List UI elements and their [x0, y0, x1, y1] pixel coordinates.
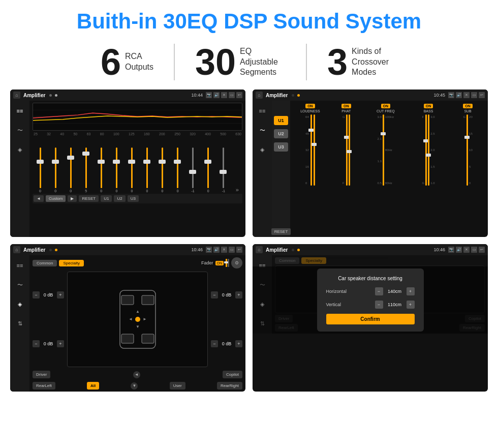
reset-btn-1[interactable]: RESET: [79, 195, 99, 202]
speaker-icon[interactable]: ◈: [14, 143, 26, 156]
db-minus-rr[interactable]: −: [211, 340, 218, 347]
next-preset-btn[interactable]: ▶: [68, 195, 77, 202]
fader-sliders-mini: [226, 259, 229, 267]
common-tab-3[interactable]: Common: [33, 260, 57, 266]
col-cutfreq: ON CUT FREQ 3.02.11.30.5 100Hz80Hz60Hz: [365, 104, 406, 186]
col-loudness: ON LOUDNESS 644832160: [293, 104, 327, 186]
fader-8[interactable]: 0: [143, 147, 151, 193]
settings-circle-btn[interactable]: ⚙: [231, 257, 242, 268]
fader-control-row: Fader ON ⚙: [201, 257, 242, 268]
home-icon-2[interactable]: ⌂: [256, 92, 263, 99]
home-icon-4[interactable]: ⌂: [256, 246, 263, 253]
fader-6[interactable]: 0: [112, 147, 120, 193]
left-arrow-3[interactable]: ◄: [133, 371, 140, 378]
window-icon-3: ▭: [229, 247, 235, 253]
camera-icon-1: 📷: [206, 92, 212, 98]
topbar-title-3: Amplifier: [23, 247, 45, 253]
db-plus-rl[interactable]: +: [57, 340, 64, 347]
u3-btn[interactable]: U3: [128, 195, 139, 202]
vertical-plus-btn[interactable]: +: [407, 301, 415, 309]
wave-icon-3[interactable]: 〜: [14, 279, 26, 291]
db-plus-fl[interactable]: +: [57, 291, 64, 298]
cutfreq-on[interactable]: ON: [381, 104, 391, 108]
rearleft-btn-3[interactable]: RearLeft: [33, 382, 55, 390]
fader-on[interactable]: ON: [215, 261, 224, 265]
wave-icon[interactable]: 〜: [14, 124, 26, 136]
prev-preset-btn[interactable]: ◄: [34, 195, 44, 202]
back-icon-3: ↩: [236, 247, 242, 253]
phat-on[interactable]: ON: [341, 104, 351, 108]
right-db-controls: − 0 dB + − 0 dB +: [211, 272, 242, 367]
copilot-btn-3[interactable]: Copilot: [223, 371, 242, 378]
rearright-btn-3[interactable]: RearRight: [217, 382, 242, 390]
u1-crossover-btn[interactable]: U1: [274, 116, 288, 125]
reset-crossover-btn[interactable]: RESET: [271, 228, 291, 235]
fader-12[interactable]: 0: [204, 147, 212, 193]
bass-on[interactable]: ON: [424, 104, 433, 108]
u3-crossover-btn[interactable]: U3: [274, 142, 288, 152]
eq-icon-2[interactable]: ≡≡: [256, 105, 268, 117]
eq-icon-3[interactable]: ≡≡: [14, 259, 26, 272]
window-icon-4: ▭: [471, 247, 477, 253]
horizontal-value: 140cm: [385, 289, 404, 294]
speaker-icon-2[interactable]: ◈: [256, 143, 268, 156]
bottom-btns-row2-3: RearLeft All ▼ User RearRight: [33, 382, 242, 390]
horizontal-minus-btn[interactable]: −: [375, 287, 383, 295]
home-icon-1[interactable]: ⌂: [13, 92, 20, 99]
svg-point-8: [135, 317, 140, 322]
vertical-value: 110cm: [385, 302, 404, 307]
u1-btn[interactable]: U1: [101, 195, 112, 202]
dialog-title: Car speaker distance setting: [326, 276, 415, 281]
arrows-icon-3[interactable]: ⇅: [14, 317, 26, 330]
fader-7[interactable]: 0: [128, 147, 136, 193]
fader-9[interactable]: 0: [159, 147, 167, 193]
phat-fader-r[interactable]: [349, 114, 350, 186]
u2-btn[interactable]: U2: [114, 195, 125, 202]
home-icon-3[interactable]: ⌂: [13, 246, 20, 253]
fader-4[interactable]: 5: [82, 147, 90, 193]
db-minus-fl[interactable]: −: [33, 291, 40, 298]
bass-fader-r[interactable]: [428, 114, 429, 186]
driver-btn-3[interactable]: Driver: [33, 371, 50, 378]
loudness-fader-r[interactable]: [314, 114, 315, 186]
user-btn-3[interactable]: User: [170, 382, 185, 390]
bass-fader-l[interactable]: [425, 114, 427, 186]
screen2-body: ≡≡ 〜 ◈ U1 U2 U3 RESET ON LOUDNESS: [253, 101, 488, 237]
page-title: Buith-in 30EQ DSP Sound System: [0, 0, 498, 39]
stat-number-rca: 6: [101, 44, 121, 80]
fader-2[interactable]: 0: [51, 147, 59, 193]
stat-item-rca: 6 RCAOutputs: [80, 44, 175, 80]
horizontal-plus-btn[interactable]: +: [407, 287, 415, 295]
u2-crossover-btn[interactable]: U2: [274, 129, 288, 138]
horizontal-stepper: − 140cm +: [375, 287, 415, 295]
db-minus-fr[interactable]: −: [211, 291, 218, 298]
db-plus-rr[interactable]: +: [235, 340, 242, 347]
db-minus-rl[interactable]: −: [33, 340, 40, 347]
fader-10[interactable]: 0: [174, 147, 182, 193]
fader-11[interactable]: -1: [189, 147, 197, 193]
fader-3[interactable]: 0: [67, 147, 75, 193]
screen-fader: ⌂ Amplifier 10:46 📷 🔊 ✕ ▭ ↩ ≡≡ 〜 ◈ ⇅: [10, 244, 245, 392]
phat-label: PHAT: [341, 109, 351, 113]
specialty-tab-3[interactable]: Specialty: [59, 260, 83, 266]
fader-1[interactable]: 0: [36, 147, 44, 193]
stat-text-eq: EQ AdjustableSegments: [240, 46, 286, 78]
col-phat: ON PHAT GF: [329, 104, 363, 186]
cutfreq-fader[interactable]: [383, 114, 384, 186]
loudness-fader-l[interactable]: [310, 114, 312, 186]
db-plus-fr[interactable]: +: [235, 291, 242, 298]
screen-eq: ⌂ Amplifier 10:44 📷 🔊 ✕ ▭ ↩ ≡≡ 〜 ◈: [10, 89, 245, 237]
vertical-minus-btn[interactable]: −: [375, 301, 383, 309]
speaker-icon-3[interactable]: ◈: [14, 298, 26, 310]
confirm-button[interactable]: Confirm: [326, 314, 415, 324]
fader-13[interactable]: -1: [220, 147, 228, 193]
all-btn-3[interactable]: All: [87, 382, 99, 390]
sub-fader[interactable]: [466, 114, 468, 186]
eq-icon[interactable]: ≡≡: [14, 105, 26, 117]
fader-5[interactable]: 0: [97, 147, 105, 193]
sub-on[interactable]: ON: [463, 104, 473, 108]
down-arrow-3[interactable]: ▼: [131, 382, 138, 390]
wave-icon-2[interactable]: 〜: [256, 124, 268, 136]
screen4-bg: ≡≡ 〜 ◈ ⇅ Common Specialty Driver Copilot: [253, 255, 488, 334]
loudness-on[interactable]: ON: [305, 104, 315, 108]
